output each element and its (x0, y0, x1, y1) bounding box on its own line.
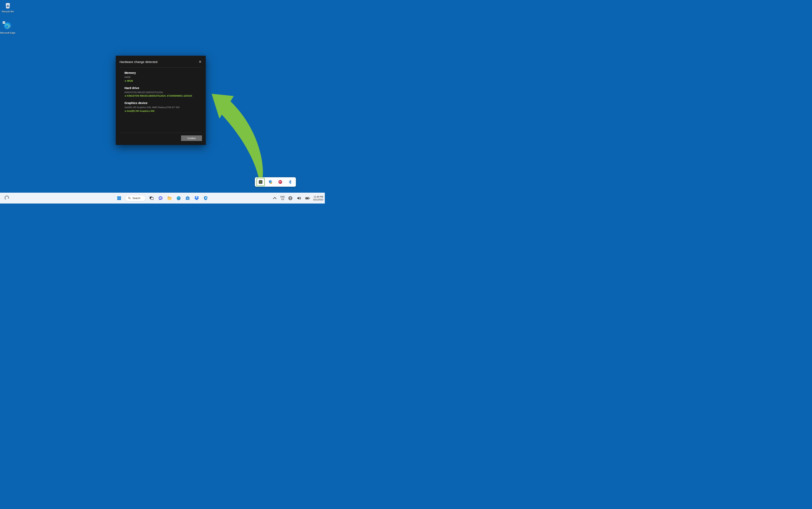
search-icon (128, 197, 131, 200)
security-app-icon[interactable] (202, 195, 209, 201)
clock[interactable]: 11:49 PM 3/21/2023 (313, 195, 323, 201)
edge-taskbar-icon[interactable] (176, 195, 182, 201)
previous-value: KINGSTON RBUSC180DS37512GH (124, 91, 202, 94)
hardware-change-dialog: Hardware change detected ✕ Memory 64GB ►… (116, 56, 206, 145)
windows-security-tray-icon[interactable]: ! (266, 178, 274, 186)
taskbar-center-group: Search (116, 193, 209, 204)
bluetooth-tray-icon[interactable] (286, 178, 294, 186)
current-value: ►Intel(R) HD Graphics 630 (124, 109, 202, 113)
volume-icon[interactable] (296, 195, 302, 201)
svg-text:♻: ♻ (7, 4, 9, 8)
hardware-monitor-tray-icon[interactable] (257, 178, 265, 186)
section-memory: Memory 64GB ►48GB (124, 71, 202, 83)
section-heading: Hard drive (124, 87, 202, 90)
search-label: Search (133, 197, 140, 200)
dialog-header: Hardware change detected ✕ (116, 56, 206, 64)
microsoft-store-icon[interactable] (185, 195, 191, 201)
recycle-bin-icon: ♻ (4, 2, 11, 9)
dialog-body: Memory 64GB ►48GB Hard drive KINGSTON RB… (116, 68, 206, 113)
current-value: ►KINGSTON RBUSC180DS37512GH, ST2000DM001… (124, 94, 202, 98)
task-view-icon[interactable] (148, 195, 155, 201)
taskbar-corner-logo (4, 195, 9, 201)
dialog-title: Hardware change detected (119, 60, 157, 64)
dialog-footer: Confirm (119, 133, 202, 141)
mcafee-tray-icon[interactable] (276, 178, 285, 186)
chat-icon[interactable] (157, 195, 163, 201)
desktop-icon-label: Recycle Bin (2, 10, 14, 13)
file-explorer-icon[interactable] (167, 195, 173, 201)
section-graphics-device: Graphics device Intel(R) HD Graphics 630… (124, 101, 202, 113)
close-icon[interactable]: ✕ (197, 60, 203, 64)
shortcut-arrow-overlay: ↗ (3, 21, 5, 24)
edge-icon: ↗ (3, 22, 12, 31)
dropbox-icon[interactable] (193, 195, 200, 201)
search-input[interactable]: Search (125, 195, 146, 201)
section-heading: Graphics device (124, 101, 202, 105)
network-globe-icon[interactable] (287, 195, 293, 201)
clock-date: 3/21/2023 (313, 198, 323, 201)
previous-value: Intel(R) HD Graphics 630, AMD Radeon(TM)… (124, 106, 202, 109)
confirm-button[interactable]: Confirm (181, 135, 202, 141)
clock-time: 11:49 PM (313, 195, 323, 198)
svg-text:!: ! (271, 182, 272, 184)
previous-value: 64GB (124, 75, 202, 79)
desktop-icon-label: Microsoft Edge (0, 32, 15, 34)
battery-icon[interactable] (304, 195, 311, 201)
taskbar: Search (0, 193, 325, 204)
language-indicator[interactable]: ENG US (280, 196, 285, 201)
dialog-footer-divider (119, 133, 202, 133)
section-heading: Memory (124, 71, 202, 74)
desktop-icon-recycle-bin[interactable]: ♻ Recycle Bin (0, 2, 15, 13)
language-code: ENG (280, 196, 285, 198)
taskbar-tray-area: ENG US 11:49 (272, 193, 323, 204)
start-button[interactable] (116, 195, 122, 201)
tray-chevron-up-icon[interactable] (272, 195, 278, 201)
desktop-icon-microsoft-edge[interactable]: ↗ Microsoft Edge (0, 22, 15, 34)
tray-overflow-popup: ! (255, 177, 296, 187)
current-value: ►48GB (124, 79, 202, 83)
region-code: US (280, 198, 285, 201)
section-hard-drive: Hard drive KINGSTON RBUSC180DS37512GH ►K… (124, 87, 202, 98)
